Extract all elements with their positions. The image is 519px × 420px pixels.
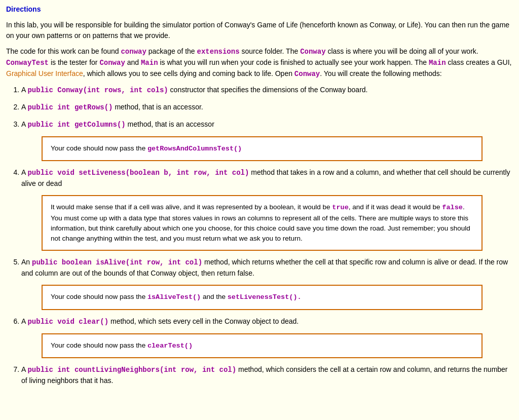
list-item-6: A public void clear() method, which sets… <box>21 316 513 358</box>
conway-link: conway <box>121 48 146 56</box>
extensions-link: extensions <box>197 48 240 56</box>
intro-para-1: In this lab, you will be responsible for… <box>6 20 513 41</box>
false-keyword: false <box>442 204 463 211</box>
conway-test-link: ConwayTest <box>6 59 49 67</box>
list-item-2: A public int getRows() method, that is a… <box>21 102 513 113</box>
method-4-code: public void setLiveness(boolean b, int r… <box>27 169 249 177</box>
conway-ref: Conway <box>99 59 125 67</box>
method-2-code: public int getRows() <box>27 103 113 111</box>
hint-box-5: Your code should now pass the isAliveTes… <box>42 285 483 310</box>
true-keyword: true <box>332 204 348 211</box>
main-ref2: Main <box>429 59 446 67</box>
conway-open: Conway <box>294 70 320 78</box>
hint-6-code: clearTest() <box>147 342 193 350</box>
hint-6-text: Your code should now pass the clearTest(… <box>51 340 473 351</box>
list-item-5: An public boolean isAlive(int row, int c… <box>21 257 513 310</box>
list-item-3: A public int getColumns() method, that i… <box>21 119 513 161</box>
hint-5-code2: setLivenessTest(). <box>228 293 302 301</box>
gui-link: Graphical User Interface <box>6 69 83 78</box>
hint-3-text: Your code should now pass the getRowsAnd… <box>51 143 473 154</box>
hint-box-4: It would make sense that if a cell was a… <box>42 195 483 251</box>
methods-list: A public Conway(int rows, int cols) cons… <box>21 85 513 386</box>
list-item-4: A public void setLiveness(boolean b, int… <box>21 167 513 251</box>
method-6-code: public void clear() <box>27 318 108 326</box>
method-1-code: public Conway(int rows, int cols) <box>27 86 168 94</box>
hint-box-6: Your code should now pass the clearTest(… <box>42 333 483 358</box>
page-title: Directions <box>6 4 513 15</box>
hint-3-code: getRowsAndColumnsTest() <box>147 145 242 152</box>
intro-para-2: The code for this work can be found conw… <box>6 46 513 80</box>
hint-box-3: Your code should now pass the getRowsAnd… <box>42 136 483 161</box>
hint-5-code1: isAliveTest() <box>147 293 201 301</box>
hint-4-text: It would make sense that if a cell was a… <box>51 202 473 244</box>
conway-class: Conway <box>300 48 325 56</box>
method-7-code: public int countLivingNeighbors(int row,… <box>27 366 236 374</box>
method-5-code: public boolean isAlive(int row, int col) <box>32 258 202 266</box>
list-item-7: A public int countLivingNeighbors(int ro… <box>21 364 513 386</box>
main-ref: Main <box>141 59 158 67</box>
hint-5-text: Your code should now pass the isAliveTes… <box>51 292 473 302</box>
method-3-code: public int getColumns() <box>27 121 125 129</box>
list-item-1: A public Conway(int rows, int cols) cons… <box>21 85 513 96</box>
